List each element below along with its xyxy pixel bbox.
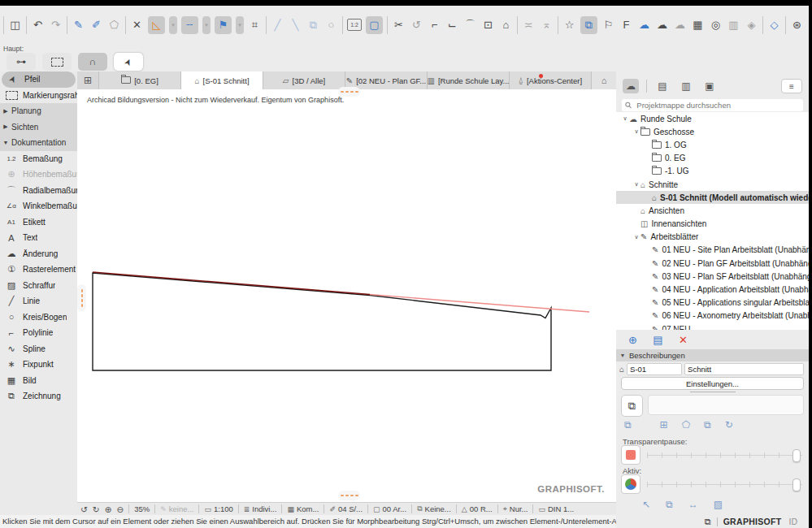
- layout-book-button[interactable]: ▥: [678, 79, 694, 93]
- tool-rasterelement[interactable]: ①Rasterelement: [0, 262, 77, 278]
- relative-options-icon[interactable]: ▾: [202, 16, 211, 34]
- tool-linie[interactable]: ╱Linie: [0, 293, 77, 309]
- delete-viewpoint-button[interactable]: ✕: [676, 331, 690, 348]
- scale-indicator-icon[interactable]: 1:2: [347, 19, 362, 31]
- snap-points-icon[interactable]: ⚑: [215, 16, 232, 34]
- panel-menu-button[interactable]: ≡: [781, 79, 802, 93]
- tab-aktions-center[interactable]: ⍙[Aktions-Center]: [510, 71, 592, 89]
- gravity-options-icon[interactable]: ▾: [169, 16, 177, 34]
- tree-05-neu[interactable]: ✎05 NEU - Applications singular Arbeitsb…: [616, 296, 809, 309]
- drag-viewpoint-icon[interactable]: ⧉: [624, 419, 632, 431]
- zoom-forward-icon[interactable]: ↻: [93, 504, 100, 514]
- tool-kreis-bogen[interactable]: ○Kreis/Bogen: [0, 309, 77, 326]
- search-input[interactable]: [635, 100, 800, 110]
- scale-chip[interactable]: ▭1:100: [204, 504, 232, 513]
- window-icon[interactable]: ⧉: [705, 517, 711, 527]
- hatch-settings-icon[interactable]: ▨: [714, 499, 723, 510]
- tool-pfeil[interactable]: ➤Pfeil: [2, 71, 76, 88]
- element-information-icon[interactable]: F: [619, 17, 633, 33]
- stretch-icon[interactable]: ≍: [522, 17, 536, 33]
- compass-icon[interactable]: ⊛: [790, 17, 804, 33]
- section-quick-button[interactable]: ⊶: [7, 53, 36, 71]
- tool-etikett[interactable]: A1Etikett: [0, 214, 77, 231]
- group-sichten[interactable]: ▶Sichten: [0, 119, 77, 136]
- refresh-icon[interactable]: ↻: [725, 419, 733, 431]
- window-layout-button[interactable]: ⊞: [77, 71, 99, 89]
- marquee-mode-icon[interactable]: ▢: [366, 16, 383, 34]
- tool-text[interactable]: AText: [0, 230, 77, 246]
- active-color-button[interactable]: [621, 474, 640, 494]
- tool-bild[interactable]: ▦Bild: [0, 373, 77, 389]
- guide-lines-icon[interactable]: ╱: [271, 17, 284, 33]
- tool-spline[interactable]: ∿Spline: [0, 341, 77, 357]
- tool-schraffur[interactable]: ▨Schraffur: [0, 278, 77, 294]
- tool-radialbemassung[interactable]: ⌒Radialbemaßung: [0, 183, 77, 199]
- tree-runde-schule[interactable]: ∨☁Runde Schule: [616, 112, 809, 125]
- tool-zeichnung[interactable]: ⧉Zeichnung: [0, 388, 77, 405]
- favorites-icon[interactable]: ☆: [562, 17, 576, 33]
- graphisoft-id-brand[interactable]: GRAPHISOFT: [723, 517, 782, 526]
- tree-02-neu[interactable]: ✎02 NEU - Plan GF Arbeitsblatt (Unabhäng…: [616, 257, 809, 270]
- tree-ansichten[interactable]: ⌂Ansichten: [616, 204, 809, 217]
- project-search[interactable]: [622, 99, 803, 111]
- tab-02-neu-plan-gf[interactable]: ✎[02 NEU - Plan GF...: [345, 71, 428, 89]
- show-selection-icon[interactable]: ⧉: [580, 16, 597, 34]
- tab-0-eg[interactable]: [0. EG]: [99, 71, 181, 89]
- tab-s01-schnitt[interactable]: ⌂[S-01 Schnitt]: [181, 71, 263, 89]
- intersect-icon[interactable]: ⌙: [445, 17, 459, 33]
- renovation-filter-chip[interactable]: ✎keine...: [160, 504, 193, 513]
- layer-combination-chip[interactable]: ≣Indivi...: [244, 504, 277, 513]
- section-line-light[interactable]: [370, 295, 589, 313]
- zoom-back-icon[interactable]: ↺: [80, 504, 88, 514]
- tree-0-eg[interactable]: 0. EG: [616, 152, 809, 165]
- zoom-value[interactable]: 35%: [134, 504, 150, 513]
- tool-fixpunkt[interactable]: ∗Fixpunkt: [0, 357, 77, 373]
- snap-grid-icon[interactable]: ⌗: [248, 17, 262, 33]
- clone-folder-button[interactable]: ⧉: [621, 395, 643, 417]
- group-dokumentation[interactable]: ▼Dokumentation: [0, 135, 77, 151]
- trace-color-button[interactable]: [621, 445, 640, 465]
- tool-markierungsrahmen[interactable]: Markierungsrah...: [0, 88, 77, 104]
- add-viewpoint-button[interactable]: ⊕: [626, 331, 640, 348]
- gravity-icon[interactable]: ◺: [148, 16, 165, 34]
- pen-set-chip[interactable]: ✐04 S/...: [329, 504, 363, 513]
- aktiv-slider[interactable]: [647, 478, 802, 490]
- new-tab-button[interactable]: ⌂: [592, 71, 616, 89]
- undo-icon[interactable]: ↶: [31, 17, 45, 33]
- tree-03-neu[interactable]: ✎03 NEU - Plan SF Arbeitsblatt (Unabhäng…: [616, 270, 809, 283]
- slider-handle[interactable]: [792, 478, 801, 491]
- view-boundary-marker-top[interactable]: [338, 87, 360, 97]
- publisher-button[interactable]: ▣: [701, 79, 718, 93]
- viewpoint-settings-button[interactable]: ▤: [651, 331, 665, 348]
- snap-options-icon[interactable]: ▾: [236, 16, 244, 34]
- tree-1-og[interactable]: 1. OG: [616, 138, 809, 151]
- adjust-icon[interactable]: ↺: [410, 17, 423, 33]
- teamwork-send-receive-icon[interactable]: ☁: [637, 17, 651, 33]
- zoom-out-icon[interactable]: ⊖: [116, 504, 124, 514]
- tool-polylinie[interactable]: ⌐Polylinie: [0, 325, 77, 341]
- teamwork-reserve-icon[interactable]: ☁: [655, 17, 669, 33]
- tree-arbeitsblaetter[interactable]: ∨✎Arbeitsblätter: [616, 231, 809, 244]
- pickup-parameters-icon[interactable]: ✎: [72, 17, 85, 33]
- tab-runde-schule-layout[interactable]: ▥[Runde Schule Lay...: [428, 71, 510, 89]
- tool-aenderung[interactable]: ☁Änderung: [0, 246, 77, 262]
- flag-icon[interactable]: ⚐: [601, 17, 615, 33]
- paper-size-chip[interactable]: ▭DIN 1...: [538, 504, 574, 513]
- einstellungen-button[interactable]: Einstellungen...: [621, 377, 804, 390]
- trim-corner-icon[interactable]: ⌐: [428, 17, 441, 33]
- split-icon[interactable]: ✂: [392, 17, 406, 33]
- project-map-button[interactable]: ☁: [623, 79, 639, 93]
- resize-icon[interactable]: ⊡: [481, 17, 495, 33]
- quick-layers-icon[interactable]: ◇: [767, 17, 781, 33]
- guide-segments-icon[interactable]: ╲: [289, 17, 302, 33]
- renovation-chip[interactable]: △00 R...: [462, 504, 493, 513]
- tree-minus1-ug[interactable]: -1. UG: [616, 165, 809, 178]
- tag-icon[interactable]: ◈: [745, 17, 758, 33]
- drawing-canvas[interactable]: Archicad Bildungsversion - Nicht zum Wie…: [77, 89, 616, 502]
- tree-schnitte[interactable]: ∨⌂Schnitte: [616, 178, 809, 191]
- magnet-quick-button[interactable]: ∩: [78, 53, 107, 71]
- view-boundary-marker-bottom[interactable]: [338, 491, 360, 500]
- markup-tools-icon[interactable]: ▥: [727, 17, 740, 33]
- editing-plane-icon[interactable]: ⧉: [306, 17, 320, 33]
- teamwork-release-icon[interactable]: ☁: [673, 17, 687, 33]
